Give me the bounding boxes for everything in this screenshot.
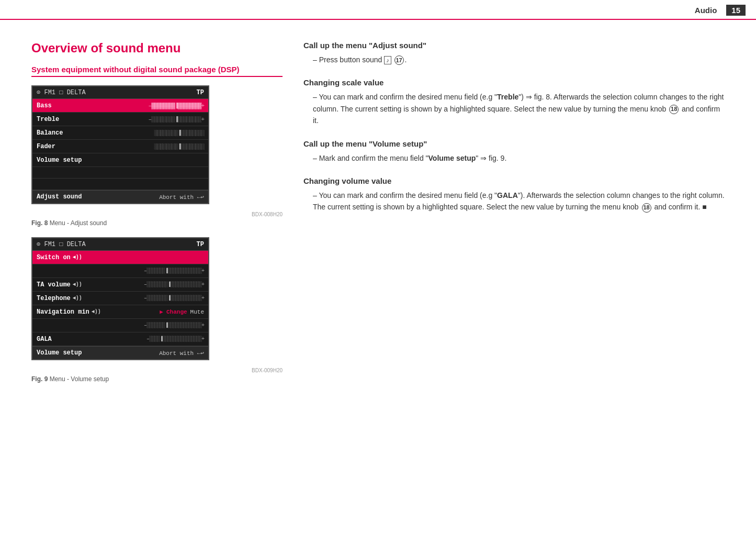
section-call-up-adjust-list: Press button sound ♪ 17. <box>313 54 725 65</box>
fig8-caption: Fig. 8 Menu - Adjust sound <box>31 219 283 227</box>
section-changing-volume: Changing volume value You can mark and c… <box>303 176 725 213</box>
circle-17: 17 <box>394 55 404 65</box>
subsection-title: System equipment without digital sound p… <box>31 65 283 77</box>
fig9-device-screen: ⊙ FM1 □ DELTA TP Switch on ◄)) Change ▶ … <box>31 237 209 360</box>
fig9-row-telephone: Telephone ◄)) –░░░░░░░░▐░░░░░░░░░░░░+ <box>32 292 208 305</box>
fig9-bar-ta: –░░░░░░░░▐░░░░░░░░░░░░+ <box>144 282 204 287</box>
section-call-up-adjust: Call up the menu "Adjust sound" Press bu… <box>303 41 725 65</box>
fig8-row-treble: Treble –░░░░░░░░▐░░░░░░░░+ <box>32 113 208 126</box>
fig9-row-ta-volume: TA volume ◄)) –░░░░░░░░▐░░░░░░░░░░░░+ <box>32 278 208 292</box>
main-content: Overview of sound menu System equipment … <box>0 20 756 409</box>
fig9-label-navigation-min: Navigation min ◄)) <box>37 308 101 316</box>
fig8-label-volume-setup: Volume setup <box>37 157 84 164</box>
fig8-bar-balance: ░░░░░░░░▐░░░░░░░░ <box>154 130 204 136</box>
fig9-screen-header: ⊙ FM1 □ DELTA TP <box>32 238 208 251</box>
section-call-up-adjust-title: Call up the menu "Adjust sound" <box>303 41 725 50</box>
section-changing-scale-list: You can mark and confirm the desired men… <box>313 91 725 126</box>
fig9-tp-label: TP <box>197 241 204 248</box>
fig9-bar2: –░░░░░░░▐░░░░░░░░░░░░░+ <box>144 323 204 328</box>
fig9-bar1: –░░░░░░░▐░░░░░░░░░░░░░+ <box>144 268 204 274</box>
section-changing-scale-title: Changing scale value <box>303 78 725 87</box>
section-changing-volume-title: Changing volume value <box>303 176 725 185</box>
header-title: Audio <box>695 6 717 15</box>
fig9-row-bar2: –░░░░░░░▐░░░░░░░░░░░░░+ <box>32 319 208 332</box>
fig8-row-bass: Bass –▓▓▓▓▓▓▓▓▐▓▓▓▓▓▓▓▓+ <box>32 99 208 113</box>
fig8-label-fader: Fader <box>37 143 84 150</box>
page-header: Audio 15 <box>0 0 756 20</box>
fig9-caption: Fig. 9 Menu - Volume setup <box>31 375 283 383</box>
fig8-row-balance: Balance ░░░░░░░░▐░░░░░░░░ <box>32 126 208 140</box>
fig8-fm-info: ⊙ FM1 □ DELTA <box>37 88 86 96</box>
fig9-row-bar1: –░░░░░░░▐░░░░░░░░░░░░░+ <box>32 264 208 278</box>
fig8-row-fader: Fader ░░░░░░░░▐░░░░░░░░ <box>32 140 208 153</box>
fig8-row-volume-setup: Volume setup <box>32 153 208 167</box>
section-changing-scale-item1: You can mark and confirm the desired men… <box>313 91 725 126</box>
fig8-footer-right: Abort with ←↩ <box>159 194 204 201</box>
fig9-fm-info: ⊙ FM1 □ DELTA <box>37 240 86 248</box>
fig8-label-bass: Bass <box>37 102 84 109</box>
fig9-screen-footer: Volume setup Abort with ←↩ <box>32 346 208 359</box>
section-changing-scale: Changing scale value You can mark and co… <box>303 78 725 126</box>
fig8-label-treble: Treble <box>37 116 84 123</box>
fig9-label-telephone: Telephone ◄)) <box>37 295 84 302</box>
fig9-screen-wrap: ⊙ FM1 □ DELTA TP Switch on ◄)) Change ▶ … <box>31 237 283 373</box>
circle-18b: 18 <box>642 203 651 213</box>
page-number: 15 <box>726 5 746 16</box>
section-call-up-volume-item1: Mark and confirm the menu field "Volume … <box>313 152 725 164</box>
section-call-up-volume-title: Call up the menu "Volume setup" <box>303 139 725 148</box>
fig9-bar-telephone: –░░░░░░░░▐░░░░░░░░░░░░+ <box>144 295 204 301</box>
fig9-footer-left: Volume setup <box>37 349 82 357</box>
section-changing-volume-list: You can mark and confirm the desired men… <box>313 190 725 213</box>
fig8-screen-footer: Adjust sound Abort with ←↩ <box>32 190 208 203</box>
fig8-bar-treble: –░░░░░░░░▐░░░░░░░░+ <box>149 116 204 123</box>
fig8-tp-label: TP <box>197 89 204 96</box>
fig8-screen-body: Bass –▓▓▓▓▓▓▓▓▐▓▓▓▓▓▓▓▓+ Treble –░░░░░░░… <box>32 99 208 190</box>
fig9-row-navigation-min: Navigation min ◄)) ▶ Change Mute <box>32 305 208 319</box>
section-call-up-volume: Call up the menu "Volume setup" Mark and… <box>303 139 725 164</box>
circle-18a: 18 <box>669 105 679 114</box>
fig8-row-empty2 <box>32 179 208 190</box>
section-call-up-adjust-item1: Press button sound ♪ 17. <box>313 54 725 65</box>
fig8-screen-wrap: ⊙ FM1 □ DELTA TP Bass –▓▓▓▓▓▓▓▓▐▓▓▓▓▓▓▓▓… <box>31 85 283 217</box>
fig9-footer-right: Abort with ←↩ <box>159 350 204 357</box>
fig9-row-switch-on: Switch on ◄)) Change ▶ Last <box>32 251 208 264</box>
section-title: Overview of sound menu <box>31 41 283 55</box>
fig8-bdx: BDX-008H20 <box>31 212 283 217</box>
fig9-label-gala: GALA <box>37 336 84 343</box>
fig8-bar-bass: –▓▓▓▓▓▓▓▓▐▓▓▓▓▓▓▓▓+ <box>149 103 204 109</box>
fig8-caption-num: Fig. 8 <box>31 219 48 227</box>
fig8-label-balance: Balance <box>37 129 84 137</box>
fig8-row-empty1 <box>32 167 208 179</box>
fig8-caption-text: Menu - Adjust sound <box>50 219 107 227</box>
fig9-row-gala: GALA –░░░░▐░░░░░░░░░░░░░░░+ <box>32 332 208 346</box>
fig9-right-nav-min: ▶ Change Mute <box>160 308 204 315</box>
fig8-device-screen: ⊙ FM1 □ DELTA TP Bass –▓▓▓▓▓▓▓▓▐▓▓▓▓▓▓▓▓… <box>31 85 209 204</box>
section-call-up-volume-list: Mark and confirm the menu field "Volume … <box>313 152 725 164</box>
fig9-caption-text: Menu - Volume setup <box>50 375 109 383</box>
left-column: Overview of sound menu System equipment … <box>31 41 283 393</box>
fig8-screen-header: ⊙ FM1 □ DELTA TP <box>32 86 208 99</box>
section-changing-volume-item1: You can mark and confirm the desired men… <box>313 190 725 213</box>
fig9-screen-body: Switch on ◄)) Change ▶ Last –░░░░░░░▐░░░… <box>32 251 208 346</box>
fig9-caption-num: Fig. 9 <box>31 375 48 383</box>
fig9-label-switch-on: Switch on ◄)) <box>37 254 84 261</box>
right-column: Call up the menu "Adjust sound" Press bu… <box>303 41 725 393</box>
fig9-label-ta-volume: TA volume ◄)) <box>37 281 84 288</box>
fig9-bdx: BDX-009H20 <box>31 368 283 373</box>
fig9-right-switch-on: Change ▶ Last <box>160 254 204 261</box>
fig8-bar-fader: ░░░░░░░░▐░░░░░░░░ <box>154 143 204 150</box>
fig8-footer-left: Adjust sound <box>37 193 82 201</box>
fig9-bar-gala: –░░░░▐░░░░░░░░░░░░░░░+ <box>146 336 204 342</box>
